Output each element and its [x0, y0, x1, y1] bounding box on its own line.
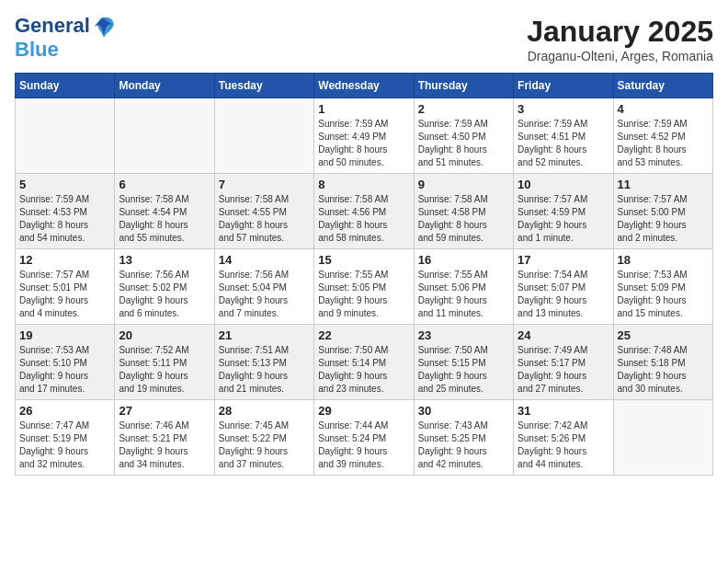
calendar-cell: 21Sunrise: 7:51 AM Sunset: 5:13 PM Dayli… [214, 325, 313, 400]
day-number: 11 [618, 178, 709, 191]
weekday-header-sunday: Sunday [16, 74, 115, 98]
logo-blue: Blue [15, 39, 116, 61]
day-info: Sunrise: 7:59 AM Sunset: 4:50 PM Dayligh… [418, 118, 509, 169]
page-header: General Blue January 2025 Draganu-Olteni… [15, 15, 713, 63]
weekday-header-saturday: Saturday [613, 74, 712, 98]
calendar-cell: 13Sunrise: 7:56 AM Sunset: 5:02 PM Dayli… [115, 249, 214, 325]
day-number: 24 [518, 328, 609, 342]
day-number: 12 [19, 253, 110, 267]
day-info: Sunrise: 7:59 AM Sunset: 4:52 PM Dayligh… [618, 118, 709, 169]
day-number: 8 [318, 178, 409, 191]
day-info: Sunrise: 7:56 AM Sunset: 5:04 PM Dayligh… [219, 269, 310, 320]
day-number: 20 [119, 328, 210, 342]
day-number: 16 [418, 253, 509, 267]
day-number: 23 [418, 328, 509, 342]
calendar-cell [214, 98, 313, 174]
day-number: 15 [318, 253, 409, 267]
day-info: Sunrise: 7:50 AM Sunset: 5:15 PM Dayligh… [418, 344, 509, 396]
day-number: 10 [518, 178, 609, 191]
day-info: Sunrise: 7:58 AM Sunset: 4:54 PM Dayligh… [119, 193, 210, 245]
calendar-week-row: 19Sunrise: 7:53 AM Sunset: 5:10 PM Dayli… [16, 325, 713, 400]
day-info: Sunrise: 7:45 AM Sunset: 5:22 PM Dayligh… [219, 419, 310, 471]
calendar-cell [613, 400, 712, 476]
calendar-cell: 4Sunrise: 7:59 AM Sunset: 4:52 PM Daylig… [613, 98, 712, 174]
calendar-cell: 7Sunrise: 7:58 AM Sunset: 4:55 PM Daylig… [214, 174, 313, 249]
day-number: 28 [219, 404, 310, 418]
day-number: 7 [219, 178, 310, 191]
day-number: 25 [618, 328, 709, 342]
day-info: Sunrise: 7:44 AM Sunset: 5:24 PM Dayligh… [318, 419, 409, 471]
day-number: 5 [19, 178, 110, 191]
calendar-cell: 8Sunrise: 7:58 AM Sunset: 4:56 PM Daylig… [314, 174, 414, 249]
day-number: 1 [318, 102, 409, 116]
weekday-header-row: SundayMondayTuesdayWednesdayThursdayFrid… [16, 74, 713, 98]
weekday-header-friday: Friday [514, 74, 613, 98]
calendar-cell: 1Sunrise: 7:59 AM Sunset: 4:49 PM Daylig… [314, 98, 414, 174]
day-info: Sunrise: 7:53 AM Sunset: 5:09 PM Dayligh… [618, 269, 709, 320]
weekday-header-thursday: Thursday [414, 74, 513, 98]
day-number: 9 [418, 178, 509, 191]
weekday-header-tuesday: Tuesday [214, 74, 313, 98]
day-number: 30 [418, 404, 509, 418]
calendar-cell: 9Sunrise: 7:58 AM Sunset: 4:58 PM Daylig… [414, 174, 513, 249]
calendar-week-row: 1Sunrise: 7:59 AM Sunset: 4:49 PM Daylig… [16, 98, 713, 174]
day-info: Sunrise: 7:59 AM Sunset: 4:49 PM Dayligh… [318, 118, 409, 169]
day-info: Sunrise: 7:49 AM Sunset: 5:17 PM Dayligh… [518, 344, 609, 396]
calendar-cell: 14Sunrise: 7:56 AM Sunset: 5:04 PM Dayli… [214, 249, 313, 325]
day-info: Sunrise: 7:54 AM Sunset: 5:07 PM Dayligh… [518, 269, 609, 320]
calendar-week-row: 5Sunrise: 7:59 AM Sunset: 4:53 PM Daylig… [16, 174, 713, 249]
calendar-cell: 10Sunrise: 7:57 AM Sunset: 4:59 PM Dayli… [514, 174, 613, 249]
day-number: 17 [518, 253, 609, 267]
day-number: 3 [518, 102, 609, 116]
day-info: Sunrise: 7:52 AM Sunset: 5:11 PM Dayligh… [119, 344, 210, 396]
calendar-cell: 15Sunrise: 7:55 AM Sunset: 5:05 PM Dayli… [314, 249, 414, 325]
day-number: 14 [219, 253, 310, 267]
calendar-cell: 27Sunrise: 7:46 AM Sunset: 5:21 PM Dayli… [115, 400, 214, 476]
day-info: Sunrise: 7:57 AM Sunset: 5:00 PM Dayligh… [618, 193, 709, 245]
calendar-cell: 24Sunrise: 7:49 AM Sunset: 5:17 PM Dayli… [514, 325, 613, 400]
calendar-table: SundayMondayTuesdayWednesdayThursdayFrid… [15, 73, 713, 476]
logo: General Blue [15, 15, 116, 61]
day-info: Sunrise: 7:59 AM Sunset: 4:53 PM Dayligh… [19, 193, 110, 245]
calendar-cell: 25Sunrise: 7:48 AM Sunset: 5:18 PM Dayli… [613, 325, 712, 400]
day-info: Sunrise: 7:42 AM Sunset: 5:26 PM Dayligh… [518, 419, 609, 471]
calendar-week-row: 26Sunrise: 7:47 AM Sunset: 5:19 PM Dayli… [16, 400, 713, 476]
day-info: Sunrise: 7:57 AM Sunset: 4:59 PM Dayligh… [518, 193, 609, 245]
calendar-cell: 18Sunrise: 7:53 AM Sunset: 5:09 PM Dayli… [613, 249, 712, 325]
day-info: Sunrise: 7:53 AM Sunset: 5:10 PM Dayligh… [19, 344, 110, 396]
day-info: Sunrise: 7:51 AM Sunset: 5:13 PM Dayligh… [219, 344, 310, 396]
calendar-cell: 17Sunrise: 7:54 AM Sunset: 5:07 PM Dayli… [514, 249, 613, 325]
day-info: Sunrise: 7:46 AM Sunset: 5:21 PM Dayligh… [119, 419, 210, 471]
day-info: Sunrise: 7:48 AM Sunset: 5:18 PM Dayligh… [618, 344, 709, 396]
day-number: 31 [518, 404, 609, 418]
calendar-cell: 19Sunrise: 7:53 AM Sunset: 5:10 PM Dayli… [16, 325, 115, 400]
calendar-cell: 6Sunrise: 7:58 AM Sunset: 4:54 PM Daylig… [115, 174, 214, 249]
calendar-cell [16, 98, 115, 174]
day-number: 19 [19, 328, 110, 342]
calendar-cell: 29Sunrise: 7:44 AM Sunset: 5:24 PM Dayli… [314, 400, 414, 476]
weekday-header-monday: Monday [115, 74, 214, 98]
day-info: Sunrise: 7:59 AM Sunset: 4:51 PM Dayligh… [518, 118, 609, 169]
calendar-cell [115, 98, 214, 174]
day-info: Sunrise: 7:55 AM Sunset: 5:06 PM Dayligh… [418, 269, 509, 320]
day-info: Sunrise: 7:47 AM Sunset: 5:19 PM Dayligh… [19, 419, 110, 471]
weekday-header-wednesday: Wednesday [314, 74, 414, 98]
day-number: 29 [318, 404, 409, 418]
day-number: 2 [418, 102, 509, 116]
calendar-cell: 16Sunrise: 7:55 AM Sunset: 5:06 PM Dayli… [414, 249, 513, 325]
day-number: 13 [119, 253, 210, 267]
calendar-cell: 22Sunrise: 7:50 AM Sunset: 5:14 PM Dayli… [314, 325, 414, 400]
calendar-cell: 28Sunrise: 7:45 AM Sunset: 5:22 PM Dayli… [214, 400, 313, 476]
logo-text: General [15, 15, 116, 39]
calendar-cell: 23Sunrise: 7:50 AM Sunset: 5:15 PM Dayli… [414, 325, 513, 400]
calendar-cell: 31Sunrise: 7:42 AM Sunset: 5:26 PM Dayli… [514, 400, 613, 476]
calendar-cell: 26Sunrise: 7:47 AM Sunset: 5:19 PM Dayli… [16, 400, 115, 476]
calendar-cell: 12Sunrise: 7:57 AM Sunset: 5:01 PM Dayli… [16, 249, 115, 325]
calendar-cell: 20Sunrise: 7:52 AM Sunset: 5:11 PM Dayli… [115, 325, 214, 400]
day-info: Sunrise: 7:57 AM Sunset: 5:01 PM Dayligh… [19, 269, 110, 320]
day-info: Sunrise: 7:58 AM Sunset: 4:56 PM Dayligh… [318, 193, 409, 245]
calendar-cell: 3Sunrise: 7:59 AM Sunset: 4:51 PM Daylig… [514, 98, 613, 174]
day-number: 26 [19, 404, 110, 418]
day-number: 4 [618, 102, 709, 116]
day-info: Sunrise: 7:58 AM Sunset: 4:58 PM Dayligh… [418, 193, 509, 245]
